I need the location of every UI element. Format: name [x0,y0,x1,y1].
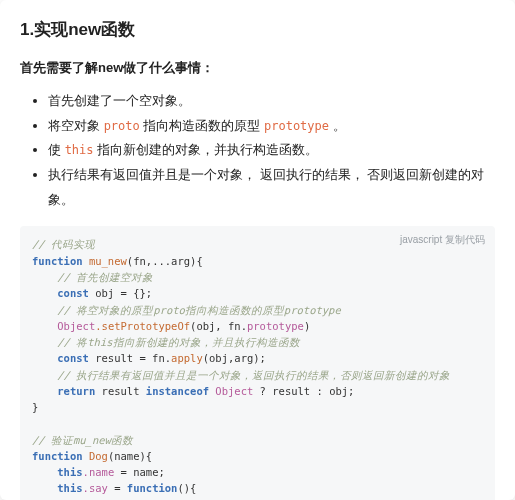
code-comment: // 将this指向新创建的对象，并且执行构造函数 [32,334,483,350]
list-item: 将空对象 proto 指向构造函数的原型 prototype 。 [48,114,495,139]
code-line: const obj = {}; [32,285,483,301]
bullet-text: 指向新创建的对象，并执行构造函数。 [94,142,319,157]
bullet-text: 使 [48,142,65,157]
code-line: this.say = function(){ [32,480,483,496]
list-item: 首先创建了一个空对象。 [48,89,495,114]
bullet-text: 执行结果有返回值并且是一个对象， 返回执行的结果， 否则返回新创建的对象。 [48,167,484,207]
code-line: function Dog(name){ [32,448,483,464]
code-line: this.name = name; [32,464,483,480]
code-line: const result = fn.apply(obj,arg); [32,350,483,366]
inline-code: proto [104,119,140,133]
code-line: Object.setPrototypeOf(obj, fn.prototype) [32,318,483,334]
bullet-text: 将空对象 [48,118,104,133]
code-comment: // 执行结果有返回值并且是一个对象，返回执行的结果，否则返回新创建的对象 [32,367,483,383]
code-block: javascript 复制代码 // 代码实现 function mu_new(… [20,226,495,500]
code-line [32,415,483,431]
bullet-text: 。 [329,118,346,133]
code-line: function mu_new(fn,...arg){ [32,253,483,269]
bullet-text: 指向构造函数的原型 [140,118,264,133]
code-comment: // 将空对象的原型proto指向构造函数的原型prototype [32,302,483,318]
code-comment: // 首先创建空对象 [32,269,483,285]
code-header: javascript 复制代码 [400,232,485,248]
page-title: 1.实现new函数 [20,18,495,41]
code-line: return result instanceof Object ? result… [32,383,483,399]
code-lang: javascript [400,234,442,245]
code-line: } [32,399,483,415]
bullet-text: 首先创建了一个空对象。 [48,93,191,108]
intro-text: 首先需要了解new做了什么事情： [20,59,495,77]
bullet-list: 首先创建了一个空对象。 将空对象 proto 指向构造函数的原型 prototy… [20,89,495,212]
code-comment: // 验证mu_new函数 [32,432,483,448]
list-item: 执行结果有返回值并且是一个对象， 返回执行的结果， 否则返回新创建的对象。 [48,163,495,212]
copy-code-button[interactable]: 复制代码 [445,234,485,245]
inline-code: this [65,143,94,157]
inline-code: prototype [264,119,329,133]
list-item: 使 this 指向新创建的对象，并执行构造函数。 [48,138,495,163]
